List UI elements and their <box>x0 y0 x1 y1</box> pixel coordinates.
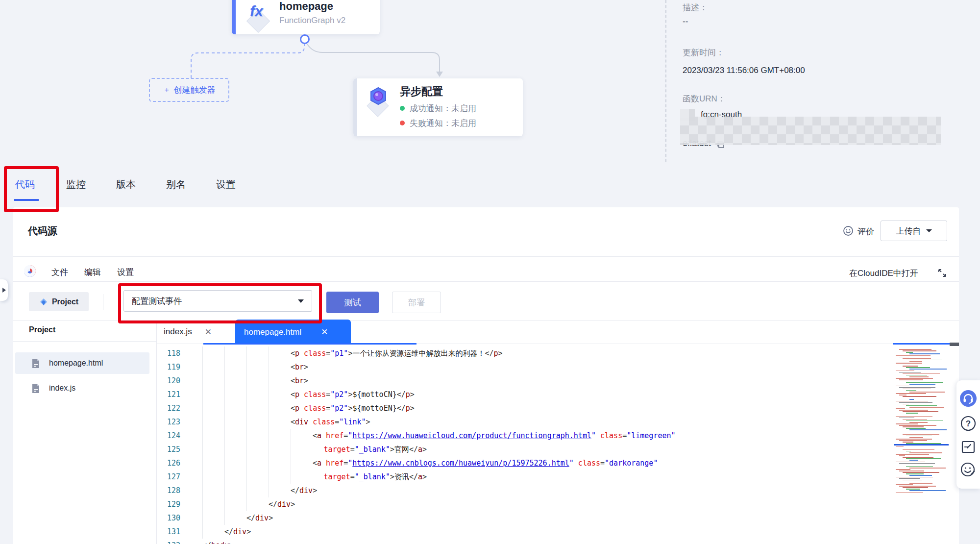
project-gem-icon <box>39 297 48 306</box>
code-line: 124<a href="https://www.huaweicloud.com/… <box>157 429 892 443</box>
rate-link[interactable]: 评价 <box>858 226 874 237</box>
minimap-link-line <box>894 444 949 445</box>
fail-status-dot <box>400 121 405 125</box>
create-trigger-label: 创建触发器 <box>174 84 216 96</box>
chevron-down-icon <box>926 229 932 232</box>
smiley-pencil-icon <box>960 461 977 478</box>
code-line: 132</body> <box>157 539 892 544</box>
code-line: 119<br> <box>157 360 892 374</box>
code-line: 123<div class="link"> <box>157 415 892 429</box>
support-button[interactable] <box>959 390 977 407</box>
function-urn-label: 函数URN： <box>683 93 726 104</box>
menu-edit[interactable]: 编辑 <box>84 267 101 278</box>
functiongraph-console: fx homepage FunctionGraph v2 ＋ 创建触发器 异步配… <box>0 0 980 544</box>
feedback-button[interactable] <box>959 438 977 456</box>
headset-icon <box>959 390 977 407</box>
code-line: 131</div> <box>157 525 892 539</box>
file-tree-header: Project <box>29 325 55 334</box>
code-line: 125target="_blank">官网</a> <box>157 443 892 456</box>
code-source-title: 代码源 <box>28 224 57 238</box>
deploy-button[interactable]: 部署 <box>392 292 441 313</box>
code-line: 128</div> <box>157 484 892 497</box>
tab-monitor[interactable]: 监控 <box>66 178 86 191</box>
updated-time-label: 更新时间： <box>683 47 724 58</box>
code-line: 122<p class="p2">${mottoEN}</p> <box>157 401 892 415</box>
collapse-handle[interactable] <box>0 279 8 301</box>
close-icon[interactable]: ✕ <box>205 327 212 337</box>
fail-notify-label: 失败通知： <box>410 119 451 128</box>
annotation-box-test-event <box>118 283 322 323</box>
file-item-indexjs[interactable]: index.js <box>15 377 149 399</box>
minimap[interactable] <box>893 345 950 495</box>
open-in-cloudide-link[interactable]: 在CloudIDE中打开 <box>849 268 918 279</box>
file-name: index.js <box>49 384 75 393</box>
code-line: 126<a href="https://www.cnblogs.com/huaw… <box>157 456 892 470</box>
flow-connector-node <box>300 34 310 44</box>
file-item-homepage[interactable]: homepage.html <box>15 352 149 374</box>
help-circle-icon: ? <box>960 415 977 432</box>
success-notify-value: 未启用 <box>451 104 476 113</box>
success-notify-label: 成功通知： <box>410 104 451 113</box>
note-pencil-icon <box>960 439 977 455</box>
file-icon <box>31 383 40 394</box>
editor-tab-name: homepage.html <box>244 327 301 337</box>
create-trigger-button[interactable]: ＋ 创建触发器 <box>149 78 229 102</box>
minimap-viewport-line <box>893 343 950 345</box>
tab-settings[interactable]: 设置 <box>216 178 236 191</box>
test-button[interactable]: 测试 <box>326 292 379 313</box>
editor-logo-icon <box>24 265 36 277</box>
code-line: 127target="_blank">资讯</a> <box>157 470 892 484</box>
code-line: 129</div> <box>157 497 892 511</box>
tab-aliases[interactable]: 别名 <box>166 178 186 191</box>
editor-tab-name: index.js <box>164 327 192 337</box>
code-line: 121<p class="p2">${mottoCN}</p> <box>157 388 892 401</box>
async-card-accent <box>353 78 357 136</box>
code-line: 118<p class="p1">一个让你从资源运维中解放出来的利器！</p> <box>157 346 892 360</box>
fail-notify-value: 未启用 <box>451 119 476 128</box>
code-editor[interactable]: 118<p class="p1">一个让你从资源运维中解放出来的利器！</p>1… <box>157 345 892 544</box>
info-panel-divider <box>665 0 666 162</box>
survey-button[interactable] <box>959 461 977 478</box>
svg-text:?: ? <box>966 419 971 428</box>
function-runtime: FunctionGraph v2 <box>279 16 345 25</box>
function-name: homepage <box>279 0 333 13</box>
upload-from-label: 上传自 <box>896 225 921 237</box>
code-line: 130</div> <box>157 511 892 525</box>
annotation-box-code-tab <box>4 166 59 212</box>
plus-icon: ＋ <box>163 85 171 95</box>
description-label: 描述： <box>683 2 708 13</box>
functiongraph-fx-icon: fx <box>245 2 271 30</box>
project-button-label: Project <box>52 297 78 306</box>
async-config-title: 异步配置 <box>400 84 443 99</box>
updated-time-value: 2023/03/23 11:56:06 GMT+08:00 <box>683 66 805 75</box>
menu-file[interactable]: 文件 <box>51 267 68 278</box>
success-status-dot <box>400 106 405 111</box>
code-line: 120<br> <box>157 374 892 388</box>
file-icon <box>31 358 40 369</box>
urn-blur-mosaic <box>680 117 941 145</box>
chevron-right-icon <box>2 288 6 293</box>
smiley-icon <box>843 225 854 236</box>
description-value: -- <box>683 17 688 26</box>
upload-from-button[interactable]: 上传自 <box>881 221 947 241</box>
project-button[interactable]: Project <box>29 292 89 311</box>
close-icon[interactable]: ✕ <box>321 327 328 337</box>
scrollbar-thumb[interactable] <box>950 343 959 346</box>
help-button[interactable]: ? <box>959 415 977 432</box>
async-config-icon <box>366 86 390 114</box>
function-card-accent <box>232 0 236 34</box>
expand-icon[interactable] <box>937 268 948 278</box>
menu-settings[interactable]: 设置 <box>117 267 134 278</box>
file-name: homepage.html <box>49 359 103 368</box>
tab-versions[interactable]: 版本 <box>116 178 136 191</box>
